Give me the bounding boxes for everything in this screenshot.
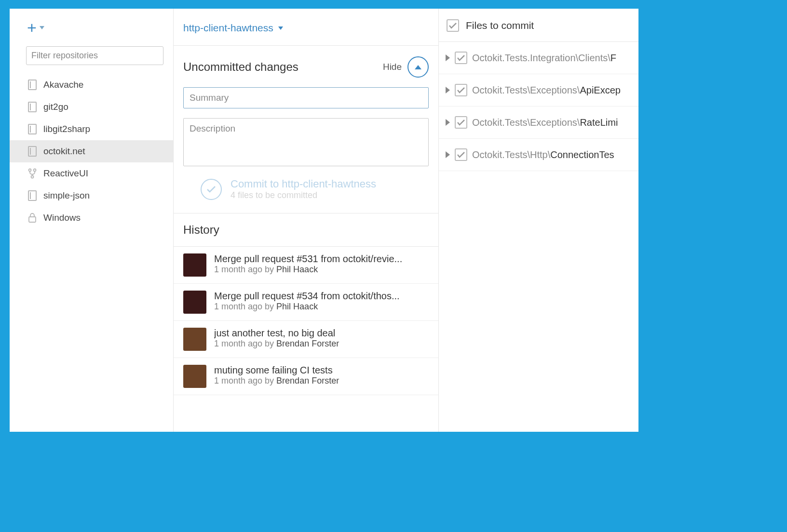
uncommitted-changes-panel: Uncommitted changes Hide Commit <box>174 46 438 213</box>
avatar <box>183 291 206 314</box>
commit-description-input[interactable] <box>183 118 429 166</box>
commit-meta: 1 month ago by Phil Haack <box>214 302 429 312</box>
repo-name: ReactiveUI <box>43 168 88 179</box>
avatar <box>183 328 206 351</box>
commit-meta: 1 month ago by Brendan Forster <box>214 339 429 349</box>
sidebar: + Akavachegit2golibgit2sharpoctokit.netR… <box>10 9 174 432</box>
repo-name: git2go <box>43 102 68 112</box>
history-item[interactable]: Merge pull request #534 from octokit/tho… <box>174 284 438 321</box>
repo-item-windows[interactable]: Windows <box>10 207 173 229</box>
main-area: http-client-hawtness Uncommitted changes… <box>174 9 638 432</box>
repo-item-akavache[interactable]: Akavache <box>10 74 173 96</box>
commit-message: just another test, no big deal <box>214 328 429 339</box>
center-column: http-client-hawtness Uncommitted changes… <box>174 9 439 432</box>
files-header-label: Files to commit <box>466 20 534 31</box>
commit-message: Merge pull request #534 from octokit/tho… <box>214 291 429 302</box>
history-title: History <box>183 223 429 237</box>
repo-name: simple-json <box>43 190 90 201</box>
commit-message: Merge pull request #531 from octokit/rev… <box>214 253 429 265</box>
avatar <box>183 253 206 277</box>
file-checkbox[interactable] <box>455 52 467 64</box>
repo-icon <box>28 124 37 134</box>
repo-item-octokit-net[interactable]: octokit.net <box>10 140 173 162</box>
plus-icon: + <box>27 19 37 36</box>
commit-primary-label: Commit to http-client-hawtness <box>231 178 376 190</box>
file-row[interactable]: Octokit.Tests\Exceptions\RateLimi <box>439 106 638 139</box>
commit-meta: 1 month ago by Brendan Forster <box>214 376 429 386</box>
file-checkbox[interactable] <box>455 148 467 161</box>
repo-item-reactiveui[interactable]: ReactiveUI <box>10 162 173 185</box>
history-item[interactable]: just another test, no big deal1 month ag… <box>174 321 438 358</box>
commit-author: Brendan Forster <box>276 339 339 348</box>
repo-name: Windows <box>43 213 81 223</box>
commit-author: Brendan Forster <box>276 376 339 386</box>
repo-name: Akavache <box>43 80 83 90</box>
caret-down-icon[interactable] <box>278 27 283 30</box>
commit-summary-input[interactable] <box>183 87 429 108</box>
add-repo-button[interactable]: + <box>10 19 173 46</box>
file-row[interactable]: Octokit.Tests\Exceptions\ApiExcep <box>439 74 638 106</box>
branch-name[interactable]: http-client-hawtness <box>183 22 273 34</box>
commit-author: Phil Haack <box>276 265 318 274</box>
collapse-button[interactable] <box>407 56 429 78</box>
file-path: Octokit.Tests\Http\ConnectionTes <box>472 149 614 160</box>
svg-point-1 <box>34 169 36 172</box>
repo-name: libgit2sharp <box>43 124 90 134</box>
expand-triangle-icon[interactable] <box>446 87 450 93</box>
hide-label[interactable]: Hide <box>383 62 402 72</box>
files-panel: Files to commit Octokit.Tests.Integratio… <box>439 9 638 432</box>
chevron-up-icon <box>415 65 421 69</box>
changes-title: Uncommitted changes <box>183 60 299 74</box>
expand-triangle-icon[interactable] <box>446 119 450 126</box>
commit-secondary-label: 4 files to be committed <box>231 190 376 200</box>
fork-icon <box>28 168 37 179</box>
svg-point-0 <box>29 169 31 172</box>
file-path: Octokit.Tests\Exceptions\RateLimi <box>472 117 618 128</box>
files-list: Octokit.Tests.Integration\Clients\FOctok… <box>439 42 638 171</box>
file-row[interactable]: Octokit.Tests\Http\ConnectionTes <box>439 139 638 171</box>
file-row[interactable]: Octokit.Tests.Integration\Clients\F <box>439 42 638 74</box>
commit-message: muting some failing CI tests <box>214 365 429 376</box>
select-all-checkbox[interactable] <box>447 19 459 32</box>
expand-triangle-icon[interactable] <box>446 54 450 61</box>
commit-author: Phil Haack <box>276 302 318 311</box>
filter-repositories-input[interactable] <box>26 46 163 65</box>
branch-selector[interactable]: http-client-hawtness <box>174 9 438 46</box>
check-circle-icon <box>201 179 222 200</box>
expand-triangle-icon[interactable] <box>446 151 450 158</box>
history-item-text: Merge pull request #534 from octokit/tho… <box>214 291 429 314</box>
history-item[interactable]: muting some failing CI tests1 month ago … <box>174 358 438 395</box>
svg-rect-3 <box>29 217 36 222</box>
file-checkbox[interactable] <box>455 84 467 96</box>
hide-toggle[interactable]: Hide <box>383 56 429 78</box>
repo-icon <box>28 146 37 157</box>
files-header: Files to commit <box>439 9 638 42</box>
filter-container <box>26 46 163 65</box>
commit-meta: 1 month ago by Phil Haack <box>214 265 429 275</box>
repo-name: octokit.net <box>43 146 85 157</box>
commit-button[interactable]: Commit to http-client-hawtness 4 files t… <box>183 178 429 213</box>
repo-item-simple-json[interactable]: simple-json <box>10 185 173 207</box>
app-window: + Akavachegit2golibgit2sharpoctokit.netR… <box>10 9 638 432</box>
file-path: Octokit.Tests\Exceptions\ApiExcep <box>472 85 621 96</box>
repo-item-libgit2sharp[interactable]: libgit2sharp <box>10 118 173 140</box>
caret-down-icon <box>40 26 44 29</box>
lock-icon <box>28 213 37 223</box>
repository-list: Akavachegit2golibgit2sharpoctokit.netRea… <box>10 74 173 229</box>
changes-header: Uncommitted changes Hide <box>183 56 429 78</box>
avatar <box>183 365 206 388</box>
repo-icon <box>28 80 37 90</box>
repo-icon <box>28 102 37 112</box>
repo-item-git2go[interactable]: git2go <box>10 96 173 118</box>
history-item-text: muting some failing CI tests1 month ago … <box>214 365 429 388</box>
history-header: History <box>174 213 438 247</box>
commit-button-text: Commit to http-client-hawtness 4 files t… <box>231 178 376 200</box>
file-checkbox[interactable] <box>455 116 467 129</box>
history-item[interactable]: Merge pull request #531 from octokit/rev… <box>174 247 438 284</box>
history-item-text: Merge pull request #531 from octokit/rev… <box>214 253 429 277</box>
svg-point-2 <box>31 176 34 178</box>
repo-icon <box>28 190 37 201</box>
history-item-text: just another test, no big deal1 month ag… <box>214 328 429 351</box>
file-path: Octokit.Tests.Integration\Clients\F <box>472 53 616 64</box>
history-list: Merge pull request #531 from octokit/rev… <box>174 247 438 395</box>
